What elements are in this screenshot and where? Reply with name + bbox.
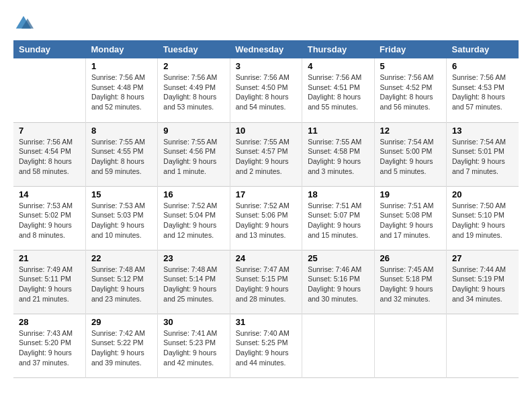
- day-info: Sunrise: 7:56 AM Sunset: 4:48 PM Dayligh…: [91, 73, 152, 112]
- day-number: 16: [163, 189, 224, 199]
- day-info: Sunrise: 7:54 AM Sunset: 5:00 PM Dayligh…: [380, 137, 441, 177]
- day-number: 20: [452, 189, 513, 199]
- day-info: Sunrise: 7:56 AM Sunset: 4:49 PM Dayligh…: [163, 73, 224, 112]
- calendar-cell: 26Sunrise: 7:45 AM Sunset: 5:18 PM Dayli…: [374, 250, 446, 314]
- calendar-cell: 3Sunrise: 7:56 AM Sunset: 4:50 PM Daylig…: [230, 58, 302, 122]
- calendar-cell: 11Sunrise: 7:55 AM Sunset: 4:58 PM Dayli…: [302, 122, 374, 186]
- day-info: Sunrise: 7:52 AM Sunset: 5:04 PM Dayligh…: [163, 201, 224, 240]
- calendar-cell: [447, 314, 519, 377]
- calendar-cell: 18Sunrise: 7:51 AM Sunset: 5:07 PM Dayli…: [302, 186, 374, 250]
- day-info: Sunrise: 7:56 AM Sunset: 4:50 PM Dayligh…: [236, 73, 296, 112]
- day-info: Sunrise: 7:44 AM Sunset: 5:19 PM Dayligh…: [452, 265, 513, 304]
- day-number: 27: [452, 253, 513, 263]
- day-number: 28: [19, 317, 80, 327]
- calendar-cell: 22Sunrise: 7:48 AM Sunset: 5:12 PM Dayli…: [85, 250, 157, 314]
- day-info: Sunrise: 7:45 AM Sunset: 5:18 PM Dayligh…: [380, 265, 441, 304]
- day-info: Sunrise: 7:55 AM Sunset: 4:56 PM Dayligh…: [163, 137, 224, 177]
- day-info: Sunrise: 7:53 AM Sunset: 5:02 PM Dayligh…: [19, 201, 80, 240]
- day-number: 1: [91, 61, 152, 71]
- column-header-tuesday: Tuesday: [158, 40, 230, 58]
- day-info: Sunrise: 7:56 AM Sunset: 4:53 PM Dayligh…: [452, 73, 513, 112]
- column-header-wednesday: Wednesday: [230, 40, 302, 58]
- week-row-3: 14Sunrise: 7:53 AM Sunset: 5:02 PM Dayli…: [13, 186, 519, 250]
- day-info: Sunrise: 7:55 AM Sunset: 4:55 PM Dayligh…: [91, 137, 152, 177]
- day-number: 26: [380, 253, 441, 263]
- calendar-cell: [302, 314, 374, 377]
- day-number: 5: [380, 61, 441, 71]
- page-header: [13, 13, 519, 34]
- day-number: 25: [308, 253, 368, 263]
- day-info: Sunrise: 7:47 AM Sunset: 5:15 PM Dayligh…: [236, 265, 296, 304]
- day-info: Sunrise: 7:52 AM Sunset: 5:06 PM Dayligh…: [236, 201, 296, 240]
- day-info: Sunrise: 7:55 AM Sunset: 4:58 PM Dayligh…: [308, 137, 368, 177]
- day-number: 6: [452, 61, 513, 71]
- column-header-saturday: Saturday: [447, 40, 519, 58]
- calendar-cell: 16Sunrise: 7:52 AM Sunset: 5:04 PM Dayli…: [158, 186, 230, 250]
- day-number: 13: [452, 126, 513, 136]
- day-info: Sunrise: 7:48 AM Sunset: 5:14 PM Dayligh…: [163, 265, 224, 304]
- day-number: 17: [236, 189, 296, 199]
- day-info: Sunrise: 7:46 AM Sunset: 5:16 PM Dayligh…: [308, 265, 368, 304]
- day-info: Sunrise: 7:41 AM Sunset: 5:23 PM Dayligh…: [163, 328, 224, 368]
- day-number: 4: [308, 61, 368, 71]
- day-number: 11: [308, 126, 368, 136]
- day-number: 19: [380, 189, 441, 199]
- day-number: 23: [163, 253, 224, 263]
- day-number: 10: [236, 126, 296, 136]
- day-info: Sunrise: 7:55 AM Sunset: 4:57 PM Dayligh…: [236, 137, 296, 177]
- column-header-monday: Monday: [85, 40, 157, 58]
- calendar-cell: 7Sunrise: 7:56 AM Sunset: 4:54 PM Daylig…: [13, 122, 85, 186]
- day-info: Sunrise: 7:51 AM Sunset: 5:08 PM Dayligh…: [380, 201, 441, 240]
- day-info: Sunrise: 7:56 AM Sunset: 4:52 PM Dayligh…: [380, 73, 441, 112]
- calendar-cell: 5Sunrise: 7:56 AM Sunset: 4:52 PM Daylig…: [374, 58, 446, 122]
- week-row-5: 28Sunrise: 7:43 AM Sunset: 5:20 PM Dayli…: [13, 314, 519, 377]
- day-number: 9: [163, 126, 224, 136]
- calendar-cell: 12Sunrise: 7:54 AM Sunset: 5:00 PM Dayli…: [374, 122, 446, 186]
- calendar-cell: 31Sunrise: 7:40 AM Sunset: 5:25 PM Dayli…: [230, 314, 302, 377]
- day-info: Sunrise: 7:49 AM Sunset: 5:11 PM Dayligh…: [19, 265, 80, 304]
- week-row-2: 7Sunrise: 7:56 AM Sunset: 4:54 PM Daylig…: [13, 122, 519, 186]
- header-row: SundayMondayTuesdayWednesdayThursdayFrid…: [13, 40, 519, 58]
- calendar-cell: 8Sunrise: 7:55 AM Sunset: 4:55 PM Daylig…: [85, 122, 157, 186]
- column-header-friday: Friday: [374, 40, 446, 58]
- calendar-cell: 6Sunrise: 7:56 AM Sunset: 4:53 PM Daylig…: [447, 58, 519, 122]
- day-info: Sunrise: 7:56 AM Sunset: 4:51 PM Dayligh…: [308, 73, 368, 112]
- calendar-cell: [374, 314, 446, 377]
- calendar-cell: 14Sunrise: 7:53 AM Sunset: 5:02 PM Dayli…: [13, 186, 85, 250]
- calendar-cell: 9Sunrise: 7:55 AM Sunset: 4:56 PM Daylig…: [158, 122, 230, 186]
- calendar-cell: 21Sunrise: 7:49 AM Sunset: 5:11 PM Dayli…: [13, 250, 85, 314]
- calendar-cell: 25Sunrise: 7:46 AM Sunset: 5:16 PM Dayli…: [302, 250, 374, 314]
- day-info: Sunrise: 7:43 AM Sunset: 5:20 PM Dayligh…: [19, 328, 80, 368]
- day-number: 29: [91, 317, 152, 327]
- week-row-4: 21Sunrise: 7:49 AM Sunset: 5:11 PM Dayli…: [13, 250, 519, 314]
- day-info: Sunrise: 7:50 AM Sunset: 5:10 PM Dayligh…: [452, 201, 513, 240]
- day-number: 31: [236, 317, 296, 327]
- day-info: Sunrise: 7:48 AM Sunset: 5:12 PM Dayligh…: [91, 265, 152, 304]
- calendar-cell: 27Sunrise: 7:44 AM Sunset: 5:19 PM Dayli…: [447, 250, 519, 314]
- day-info: Sunrise: 7:56 AM Sunset: 4:54 PM Dayligh…: [19, 137, 80, 177]
- calendar-cell: 2Sunrise: 7:56 AM Sunset: 4:49 PM Daylig…: [158, 58, 230, 122]
- calendar-cell: [13, 58, 85, 122]
- calendar-cell: 17Sunrise: 7:52 AM Sunset: 5:06 PM Dayli…: [230, 186, 302, 250]
- column-header-sunday: Sunday: [13, 40, 85, 58]
- day-number: 24: [236, 253, 296, 263]
- calendar-cell: 29Sunrise: 7:42 AM Sunset: 5:22 PM Dayli…: [85, 314, 157, 377]
- calendar-cell: 15Sunrise: 7:53 AM Sunset: 5:03 PM Dayli…: [85, 186, 157, 250]
- calendar-cell: 20Sunrise: 7:50 AM Sunset: 5:10 PM Dayli…: [447, 186, 519, 250]
- column-header-thursday: Thursday: [302, 40, 374, 58]
- day-number: 14: [19, 189, 80, 199]
- day-info: Sunrise: 7:53 AM Sunset: 5:03 PM Dayligh…: [91, 201, 152, 240]
- day-number: 12: [380, 126, 441, 136]
- day-number: 22: [91, 253, 152, 263]
- day-number: 18: [308, 189, 368, 199]
- day-number: 30: [163, 317, 224, 327]
- calendar-cell: 24Sunrise: 7:47 AM Sunset: 5:15 PM Dayli…: [230, 250, 302, 314]
- day-number: 2: [163, 61, 224, 71]
- day-info: Sunrise: 7:40 AM Sunset: 5:25 PM Dayligh…: [236, 328, 296, 368]
- calendar-cell: 10Sunrise: 7:55 AM Sunset: 4:57 PM Dayli…: [230, 122, 302, 186]
- calendar-cell: 28Sunrise: 7:43 AM Sunset: 5:20 PM Dayli…: [13, 314, 85, 377]
- day-info: Sunrise: 7:42 AM Sunset: 5:22 PM Dayligh…: [91, 328, 152, 368]
- day-number: 7: [19, 126, 80, 136]
- calendar-cell: 13Sunrise: 7:54 AM Sunset: 5:01 PM Dayli…: [447, 122, 519, 186]
- calendar-cell: 23Sunrise: 7:48 AM Sunset: 5:14 PM Dayli…: [158, 250, 230, 314]
